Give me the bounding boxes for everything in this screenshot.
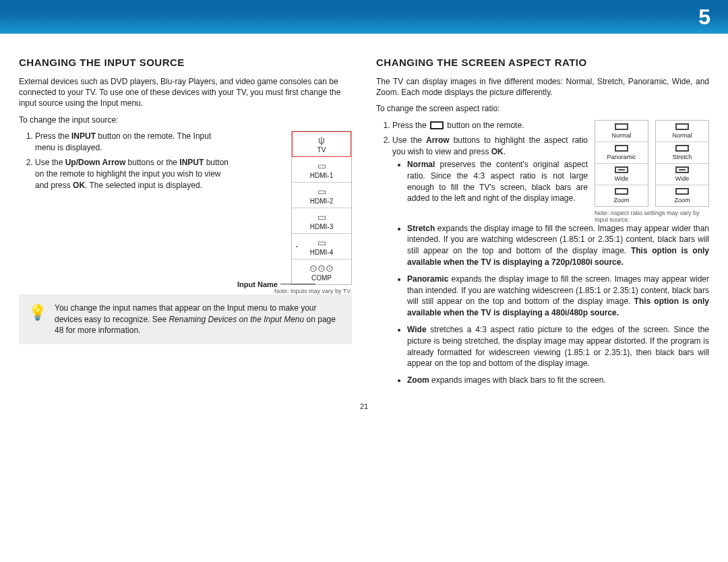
aspect-diagram: Normal Panoramic Wide Zoom Normal Stretc… — [595, 120, 709, 207]
aspect-item: Wide — [656, 164, 708, 185]
left-column: CHANGING THE INPUT SOURCE External devic… — [19, 57, 352, 392]
right-intro2: To change the screen aspect ratio: — [376, 103, 709, 114]
content: CHANGING THE INPUT SOURCE External devic… — [0, 34, 728, 400]
aspect-item: Zoom — [656, 185, 708, 206]
mode-descriptions: Normal preserves the content's original … — [392, 159, 588, 204]
input-item-hdmi1: ▭ HDMI-1 — [292, 157, 351, 183]
rect-icon — [615, 145, 628, 152]
callout-line — [280, 284, 315, 284]
antenna-icon: ψ — [293, 135, 350, 145]
mode-descriptions-cont: Stretch expands the display image to fil… — [376, 223, 709, 386]
rect-icon — [675, 123, 689, 130]
aspect-item: Panoramic — [595, 142, 648, 164]
aspect-item: Normal — [595, 121, 648, 142]
rect-icon — [615, 166, 628, 173]
hdmi-icon: ▭ — [293, 187, 350, 196]
rect-icon — [675, 145, 689, 152]
aspect-note: Note: Aspect ratio settings may vary by … — [595, 210, 709, 223]
input-item-hdmi2: ▭ HDMI-2 — [292, 183, 351, 208]
aspect-item: Stretch — [656, 142, 708, 164]
right-heading: CHANGING THE SCREEN ASPECT RATIO — [376, 57, 709, 68]
tip-box: 💡 You change the input names that appear… — [19, 294, 352, 344]
lightbulb-icon: 💡 — [28, 303, 47, 323]
left-intro: External devices such as DVD players, Bl… — [19, 76, 352, 109]
page-number: 21 — [0, 400, 728, 417]
rect-icon — [615, 188, 628, 195]
input-diagram: ψ TV ▭ HDMI-1 ▭ HDMI-2 ▭ HDMI-3 • ▭ — [237, 131, 352, 294]
tip-text: You change the input names that appear o… — [55, 303, 342, 336]
input-name-callout: Input Name — [237, 280, 315, 288]
hdmi-icon: ▭ — [293, 212, 350, 222]
aspect-col-2: Normal Stretch Wide Zoom — [655, 120, 709, 207]
hdmi-icon: ▭ — [293, 238, 350, 247]
chapter-number: 5 — [698, 5, 710, 30]
left-heading: CHANGING THE INPUT SOURCE — [19, 57, 352, 68]
input-menu: ψ TV ▭ HDMI-1 ▭ HDMI-2 ▭ HDMI-3 • ▭ — [291, 131, 352, 285]
mode-panoramic: Panoramic expands the display image to f… — [407, 274, 709, 319]
wide-button-icon — [430, 121, 444, 129]
bullet-icon: • — [296, 243, 298, 249]
rect-icon — [615, 123, 628, 130]
right-intro: The TV can display images in five differ… — [376, 76, 709, 98]
mode-normal: Normal preserves the content's original … — [407, 159, 588, 204]
input-note: Note: Inputs may vary by TV. — [237, 288, 352, 294]
hdmi-icon: ▭ — [293, 161, 350, 170]
aspect-item: Wide — [595, 164, 648, 185]
mode-wide: Wide stretches a 4:3 aspect ratio pictur… — [407, 324, 709, 369]
mode-zoom: Zoom expands images with black bars to f… — [407, 375, 709, 386]
component-icon: ⊙⊙⊙ — [293, 263, 350, 273]
aspect-col-1: Normal Panoramic Wide Zoom — [595, 120, 648, 207]
aspect-item: Normal — [656, 121, 708, 142]
mode-stretch: Stretch expands the display image to fil… — [407, 223, 709, 268]
rect-icon — [675, 188, 689, 195]
right-step-2: Use the Arrow buttons to highlight the a… — [392, 135, 588, 204]
aspect-item: Zoom — [595, 185, 648, 206]
left-intro2: To change the input source: — [19, 115, 352, 125]
right-column: CHANGING THE SCREEN ASPECT RATIO The TV … — [376, 57, 709, 392]
rect-icon — [675, 166, 689, 173]
top-bar: 5 — [0, 0, 728, 34]
input-item-hdmi4: • ▭ HDMI-4 — [292, 234, 351, 259]
input-item-tv: ψ TV — [292, 131, 351, 157]
input-item-hdmi3: ▭ HDMI-3 — [292, 208, 351, 234]
